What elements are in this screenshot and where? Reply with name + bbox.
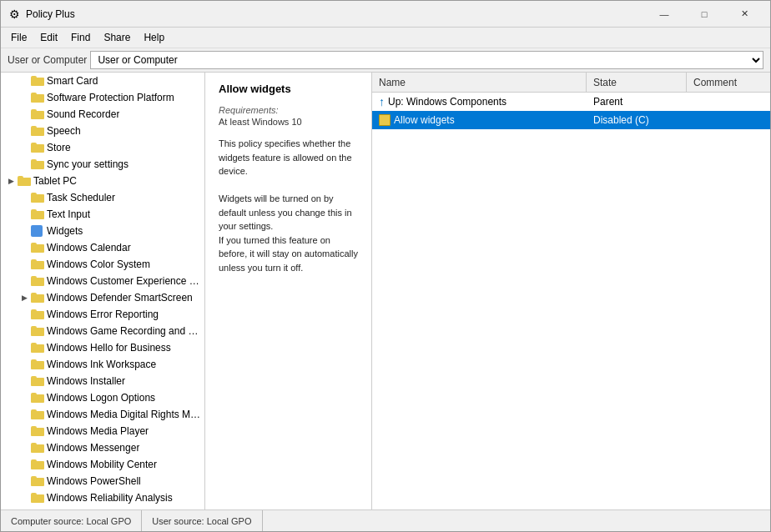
tree-label-task-scheduler: Task Scheduler [47, 192, 115, 203]
list-cell-state-widgets: Disabled (C) [587, 111, 687, 128]
menu-help[interactable]: Help [137, 29, 171, 46]
tree-item-windows-messenger[interactable]: Windows Messenger [1, 439, 204, 456]
tree-item-windows-ink[interactable]: Windows Ink Workspace [1, 356, 204, 373]
minimize-button[interactable]: — [645, 1, 683, 28]
list-cell-state-up: Parent [587, 93, 687, 110]
tree-item-smart-card[interactable]: Smart Card [1, 73, 204, 89]
tree-item-windows-mobility[interactable]: Windows Mobility Center [1, 456, 204, 473]
tree-item-widgets[interactable]: Widgets [1, 223, 204, 239]
tree-item-windows-hello[interactable]: Windows Hello for Business [1, 339, 204, 356]
expander-windows-defender: ▶ [18, 291, 31, 304]
list-cell-name-widgets: Allow widgets [372, 111, 587, 128]
folder-icon-windows-calendar [31, 241, 44, 254]
tree-item-software-protection[interactable]: Software Protection Platform [1, 89, 204, 106]
tree-label-windows-messenger: Windows Messenger [47, 442, 139, 454]
scope-label: User or Computer [8, 54, 87, 66]
list-row-up-windows-components[interactable]: ↑ Up: Windows Components Parent [372, 93, 770, 111]
expander-windows-game-recording [18, 324, 31, 338]
tree-item-speech[interactable]: Speech [1, 123, 204, 139]
tree-item-windows-game-recording[interactable]: Windows Game Recording and Broa [1, 323, 204, 339]
menu-file[interactable]: File [4, 29, 33, 46]
title-bar: ⚙ Policy Plus — □ ✕ [1, 1, 770, 28]
tree-label-windows-powershell: Windows PowerShell [47, 475, 141, 487]
main-window: ⚙ Policy Plus — □ ✕ File Edit Find Share… [0, 0, 771, 532]
folder-icon-windows-error-reporting [31, 308, 44, 321]
col-header-comment[interactable]: Comment [687, 73, 770, 92]
list-header: Name State Comment [372, 73, 770, 93]
scope-dropdown[interactable]: User or Computer [90, 51, 763, 69]
expander-tablet-pc: ▶ [4, 174, 18, 188]
list-label-up: Up: Windows Components [388, 96, 506, 108]
menubar: File Edit Find Share Help [1, 28, 770, 48]
tree-item-windows-powershell[interactable]: Windows PowerShell [1, 473, 204, 489]
tree-item-windows-media-drm[interactable]: Windows Media Digital Rights Mana [1, 406, 204, 423]
statusbar: Computer source: Local GPO User source: … [1, 509, 770, 531]
list-cell-name-up: ↑ Up: Windows Components [372, 93, 587, 110]
folder-icon-windows-powershell [31, 474, 44, 488]
expander-windows-customer-exp [18, 274, 31, 288]
list-cell-comment-widgets [687, 111, 770, 128]
tree-label-speech: Speech [47, 125, 81, 137]
tree-label-text-input: Text Input [47, 208, 90, 220]
tree-label-windows-media-drm: Windows Media Digital Rights Mana [47, 409, 201, 420]
list-row-allow-widgets[interactable]: Allow widgets Disabled (C) [372, 111, 770, 129]
tree-label-windows-defender: Windows Defender SmartScreen [47, 292, 193, 304]
expander-windows-calendar [18, 241, 31, 254]
tree-item-windows-installer[interactable]: Windows Installer [1, 373, 204, 389]
tree-item-windows-color-system[interactable]: Windows Color System [1, 256, 204, 273]
folder-icon-windows-logon [31, 391, 44, 404]
tree-item-store[interactable]: Store [1, 139, 204, 156]
tree-label-windows-media-player: Windows Media Player [47, 425, 149, 437]
menu-find[interactable]: Find [64, 29, 97, 46]
expander-windows-powershell [18, 474, 31, 488]
tree-item-text-input[interactable]: Text Input [1, 206, 204, 223]
tree-item-windows-media-player[interactable]: Windows Media Player [1, 423, 204, 439]
folder-icon-widgets [31, 224, 44, 238]
folder-icon-windows-media-drm [31, 408, 44, 421]
tree-item-sound-recorder[interactable]: Sound Recorder [1, 106, 204, 123]
expander-windows-color-system [18, 258, 31, 271]
tree-item-task-scheduler[interactable]: Task Scheduler [1, 189, 204, 206]
tree-item-windows-reliability[interactable]: Windows Reliability Analysis [1, 489, 204, 506]
expander-sound-recorder [18, 108, 31, 121]
tree-label-windows-error-reporting: Windows Error Reporting [47, 309, 159, 320]
folder-icon-software-protection [31, 91, 44, 104]
tree-item-windows-error-reporting[interactable]: Windows Error Reporting [1, 306, 204, 323]
expander-windows-mobility [18, 458, 31, 471]
expander-windows-media-drm [18, 408, 31, 421]
expander-text-input [18, 208, 31, 221]
tree-item-windows-customer-exp[interactable]: Windows Customer Experience Impr [1, 273, 204, 289]
folder-icon-tablet-pc [18, 174, 31, 188]
tree-item-windows-logon[interactable]: Windows Logon Options [1, 389, 204, 406]
expander-sync-settings [18, 158, 31, 171]
list-cell-comment-up [687, 93, 770, 110]
col-header-name[interactable]: Name [372, 73, 587, 92]
up-arrow-icon: ↑ [379, 95, 385, 108]
folder-icon-windows-hello [31, 341, 44, 354]
expander-software-protection [18, 91, 31, 104]
policy-icon [379, 114, 391, 126]
folder-icon-sound-recorder [31, 108, 44, 121]
tree-item-tablet-pc[interactable]: ▶ Tablet PC [1, 173, 204, 189]
expander-windows-reliability [18, 491, 31, 504]
col-header-state[interactable]: State [587, 73, 687, 92]
folder-icon-store [31, 141, 44, 154]
close-button[interactable]: ✕ [725, 1, 763, 28]
tree-label-windows-calendar: Windows Calendar [47, 242, 131, 253]
folder-icon-windows-mobility [31, 458, 44, 471]
tree-label-windows-reliability: Windows Reliability Analysis [47, 492, 173, 504]
expander-windows-error-reporting [18, 308, 31, 321]
tree-item-windows-defender[interactable]: ▶ Windows Defender SmartScreen [1, 289, 204, 306]
tree-label-store: Store [47, 142, 71, 153]
folder-icon-sync-settings [31, 158, 44, 171]
maximize-button[interactable]: □ [685, 1, 723, 28]
tree-label-sound-recorder: Sound Recorder [47, 108, 119, 120]
tree-item-sync-settings[interactable]: Sync your settings [1, 156, 204, 173]
menu-edit[interactable]: Edit [33, 29, 64, 46]
menu-share[interactable]: Share [97, 29, 137, 46]
folder-icon-windows-ink [31, 358, 44, 371]
expander-windows-installer [18, 374, 31, 388]
tree-item-windows-calendar[interactable]: Windows Calendar [1, 239, 204, 256]
tree-label-windows-installer: Windows Installer [47, 375, 125, 387]
tree-label-smart-card: Smart Card [47, 75, 98, 87]
